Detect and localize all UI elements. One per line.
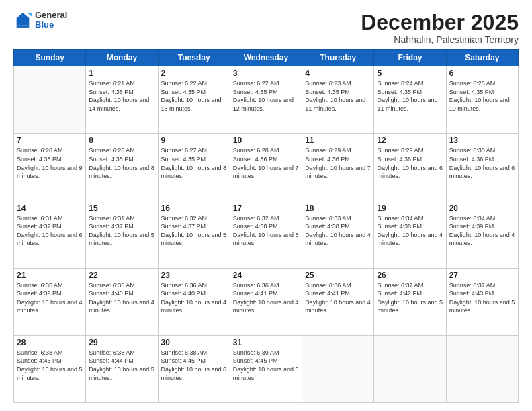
day-number: 8 (89, 136, 154, 145)
calendar-cell: 31 Sunrise: 6:39 AMSunset: 4:45 PMDaylig… (230, 335, 302, 402)
calendar-cell (14, 66, 86, 134)
logo-icon (13, 11, 32, 30)
svg-marker-0 (17, 13, 30, 26)
cell-info: Sunrise: 6:34 AMSunset: 4:39 PMDaylight:… (449, 215, 515, 247)
cell-info: Sunrise: 6:36 AMSunset: 4:40 PMDaylight:… (161, 282, 227, 314)
day-number: 11 (305, 136, 371, 145)
calendar-cell: 11 Sunrise: 6:29 AMSunset: 4:36 PMDaylig… (302, 134, 374, 201)
day-number: 31 (233, 338, 299, 347)
weekday-friday: Friday (374, 50, 446, 66)
day-number: 16 (161, 203, 227, 213)
day-number: 17 (233, 203, 299, 213)
cell-info: Sunrise: 6:37 AMSunset: 4:43 PMDaylight:… (449, 282, 515, 314)
header: General Blue December 2025 Nahhalin, Pal… (13, 11, 519, 45)
cell-info: Sunrise: 6:22 AMSunset: 4:35 PMDaylight:… (161, 80, 222, 112)
week-row-1: 1 Sunrise: 6:21 AMSunset: 4:35 PMDayligh… (14, 66, 519, 134)
svg-rect-2 (17, 26, 30, 28)
calendar-cell: 16 Sunrise: 6:32 AMSunset: 4:37 PMDaylig… (158, 201, 230, 268)
cell-info: Sunrise: 6:29 AMSunset: 4:36 PMDaylight:… (305, 147, 371, 179)
cell-info: Sunrise: 6:36 AMSunset: 4:41 PMDaylight:… (305, 282, 371, 314)
cell-info: Sunrise: 6:26 AMSunset: 4:35 PMDaylight:… (17, 147, 83, 179)
calendar-cell: 3 Sunrise: 6:22 AMSunset: 4:35 PMDayligh… (230, 66, 302, 134)
title-block: December 2025 Nahhalin, Palestinian Terr… (361, 11, 519, 45)
day-number: 6 (449, 68, 515, 78)
calendar-cell: 14 Sunrise: 6:31 AMSunset: 4:37 PMDaylig… (14, 201, 86, 268)
calendar-cell: 19 Sunrise: 6:34 AMSunset: 4:38 PMDaylig… (374, 201, 446, 268)
weekday-monday: Monday (86, 50, 158, 66)
day-number: 26 (377, 271, 443, 280)
calendar-cell: 18 Sunrise: 6:33 AMSunset: 4:38 PMDaylig… (302, 201, 374, 268)
calendar-cell: 5 Sunrise: 6:24 AMSunset: 4:35 PMDayligh… (374, 66, 446, 134)
cell-info: Sunrise: 6:36 AMSunset: 4:41 PMDaylight:… (233, 282, 299, 314)
cell-info: Sunrise: 6:33 AMSunset: 4:38 PMDaylight:… (305, 215, 371, 247)
week-row-2: 7 Sunrise: 6:26 AMSunset: 4:35 PMDayligh… (14, 134, 519, 201)
day-number: 12 (377, 136, 443, 145)
calendar-cell: 2 Sunrise: 6:22 AMSunset: 4:35 PMDayligh… (158, 66, 230, 134)
day-number: 23 (161, 271, 227, 280)
calendar-cell: 30 Sunrise: 6:38 AMSunset: 4:45 PMDaylig… (158, 335, 230, 402)
calendar-cell: 10 Sunrise: 6:28 AMSunset: 4:36 PMDaylig… (230, 134, 302, 201)
day-number: 19 (377, 203, 443, 213)
cell-info: Sunrise: 6:31 AMSunset: 4:37 PMDaylight:… (17, 215, 83, 247)
day-number: 10 (233, 136, 299, 145)
cell-info: Sunrise: 6:32 AMSunset: 4:38 PMDaylight:… (233, 215, 299, 247)
calendar-cell: 1 Sunrise: 6:21 AMSunset: 4:35 PMDayligh… (86, 66, 158, 134)
calendar-cell: 27 Sunrise: 6:37 AMSunset: 4:43 PMDaylig… (446, 268, 518, 335)
cell-info: Sunrise: 6:28 AMSunset: 4:36 PMDaylight:… (233, 147, 299, 179)
cell-info: Sunrise: 6:34 AMSunset: 4:38 PMDaylight:… (377, 215, 443, 247)
month-title: December 2025 (361, 11, 519, 34)
day-number: 29 (89, 338, 154, 347)
cell-info: Sunrise: 6:22 AMSunset: 4:35 PMDaylight:… (233, 80, 294, 112)
cell-info: Sunrise: 6:38 AMSunset: 4:45 PMDaylight:… (161, 349, 227, 381)
calendar-table: SundayMondayTuesdayWednesdayThursdayFrid… (13, 49, 519, 403)
weekday-sunday: Sunday (14, 50, 86, 66)
cell-info: Sunrise: 6:39 AMSunset: 4:45 PMDaylight:… (233, 349, 299, 381)
calendar-cell: 15 Sunrise: 6:31 AMSunset: 4:37 PMDaylig… (86, 201, 158, 268)
day-number: 24 (233, 271, 299, 280)
cell-info: Sunrise: 6:31 AMSunset: 4:37 PMDaylight:… (89, 215, 154, 247)
calendar-cell: 29 Sunrise: 6:38 AMSunset: 4:44 PMDaylig… (86, 335, 158, 402)
calendar-cell (302, 335, 374, 402)
cell-info: Sunrise: 6:38 AMSunset: 4:43 PMDaylight:… (17, 349, 83, 381)
week-row-4: 21 Sunrise: 6:35 AMSunset: 4:39 PMDaylig… (14, 268, 519, 335)
cell-info: Sunrise: 6:27 AMSunset: 4:35 PMDaylight:… (161, 147, 227, 179)
calendar-cell: 6 Sunrise: 6:25 AMSunset: 4:35 PMDayligh… (446, 66, 518, 134)
calendar-cell: 9 Sunrise: 6:27 AMSunset: 4:35 PMDayligh… (158, 134, 230, 201)
week-row-5: 28 Sunrise: 6:38 AMSunset: 4:43 PMDaylig… (14, 335, 519, 402)
calendar-cell: 24 Sunrise: 6:36 AMSunset: 4:41 PMDaylig… (230, 268, 302, 335)
cell-info: Sunrise: 6:30 AMSunset: 4:36 PMDaylight:… (449, 147, 515, 179)
day-number: 21 (17, 271, 83, 280)
logo: General Blue (13, 11, 67, 30)
day-number: 20 (449, 203, 515, 213)
cell-info: Sunrise: 6:21 AMSunset: 4:35 PMDaylight:… (89, 80, 149, 112)
day-number: 14 (17, 203, 83, 213)
cell-info: Sunrise: 6:35 AMSunset: 4:40 PMDaylight:… (89, 282, 154, 314)
day-number: 2 (161, 68, 227, 78)
logo-general: General (35, 11, 67, 20)
calendar-cell: 13 Sunrise: 6:30 AMSunset: 4:36 PMDaylig… (446, 134, 518, 201)
calendar-cell (446, 335, 518, 402)
calendar-cell: 7 Sunrise: 6:26 AMSunset: 4:35 PMDayligh… (14, 134, 86, 201)
cell-info: Sunrise: 6:23 AMSunset: 4:35 PMDaylight:… (305, 80, 365, 112)
cell-info: Sunrise: 6:38 AMSunset: 4:44 PMDaylight:… (89, 349, 154, 381)
weekday-thursday: Thursday (302, 50, 374, 66)
weekday-saturday: Saturday (446, 50, 518, 66)
logo-text: General Blue (35, 11, 67, 30)
calendar-cell: 25 Sunrise: 6:36 AMSunset: 4:41 PMDaylig… (302, 268, 374, 335)
weekday-wednesday: Wednesday (230, 50, 302, 66)
weekday-header-row: SundayMondayTuesdayWednesdayThursdayFrid… (14, 50, 519, 66)
calendar-cell: 17 Sunrise: 6:32 AMSunset: 4:38 PMDaylig… (230, 201, 302, 268)
weekday-tuesday: Tuesday (158, 50, 230, 66)
cell-info: Sunrise: 6:32 AMSunset: 4:37 PMDaylight:… (161, 215, 227, 247)
day-number: 25 (305, 271, 371, 280)
day-number: 13 (449, 136, 515, 145)
calendar-cell: 4 Sunrise: 6:23 AMSunset: 4:35 PMDayligh… (302, 66, 374, 134)
logo-blue: Blue (35, 20, 67, 30)
day-number: 22 (89, 271, 154, 280)
day-number: 3 (233, 68, 299, 78)
day-number: 30 (161, 338, 227, 347)
day-number: 4 (305, 68, 371, 78)
cell-info: Sunrise: 6:24 AMSunset: 4:35 PMDaylight:… (377, 80, 437, 112)
calendar-cell (374, 335, 446, 402)
day-number: 15 (89, 203, 154, 213)
